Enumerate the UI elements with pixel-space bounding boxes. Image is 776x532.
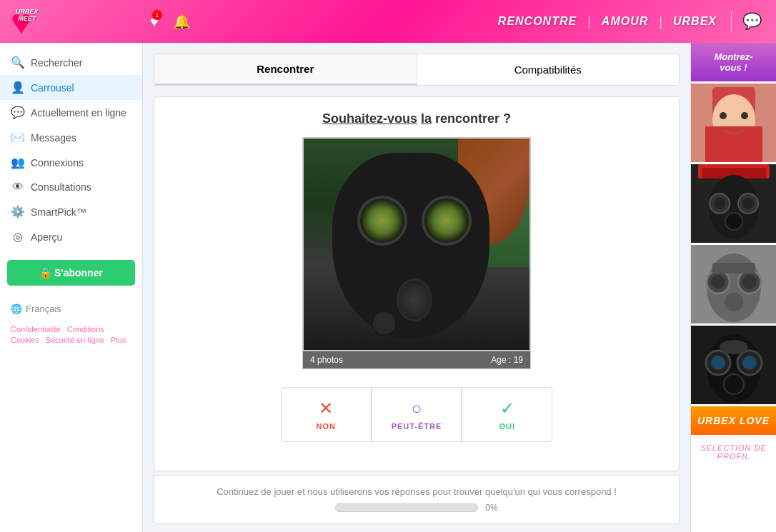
urbex-love-button[interactable]: URBEX LOVE xyxy=(691,406,776,435)
logo-area: ♥ URBEXMEET xyxy=(7,0,136,43)
notification-badge: 1 xyxy=(152,10,162,20)
sep-3: · xyxy=(41,336,44,344)
language-section: 🌐 Français xyxy=(0,296,142,321)
sidebar: 🔍 Rechercher 👤 Carrousel 💬 Actuellement … xyxy=(0,43,143,532)
link-plus[interactable]: Plus xyxy=(111,336,126,344)
svg-rect-22 xyxy=(712,263,755,273)
nav-urbex[interactable]: URBEX xyxy=(673,15,717,28)
sidebar-smartpick-label: SmartPick™ xyxy=(31,206,86,218)
button-non[interactable]: ✕ NON xyxy=(281,387,372,442)
svg-point-4 xyxy=(720,112,727,119)
globe-icon: 🌐 xyxy=(11,303,22,314)
sidebar-item-en-ligne[interactable]: 💬 Actuellement en ligne xyxy=(0,100,142,125)
action-buttons: ✕ NON ○ PEUT-ÊTRE ✓ OUI xyxy=(281,387,552,442)
montrez-vous-button[interactable]: Montrez- vous ! xyxy=(691,43,776,81)
logo-text: URBEXMEET xyxy=(16,9,39,23)
nav-sep-2: | xyxy=(659,14,662,29)
button-oui[interactable]: ✓ OUI xyxy=(462,387,552,442)
progress-section: Continuez de jouer et nous utiliserons v… xyxy=(154,475,680,524)
sidebar-item-apercu[interactable]: ◎ Aperçu xyxy=(0,224,142,249)
nav-rencontre[interactable]: RENCONTRE xyxy=(498,15,577,28)
chat-icon[interactable]: 💬 xyxy=(742,12,762,31)
yes-icon: ✓ xyxy=(500,398,514,418)
main-layout: 🔍 Rechercher 👤 Carrousel 💬 Actuellement … xyxy=(0,43,776,532)
sidebar-en-ligne-label: Actuellement en ligne xyxy=(31,107,126,119)
sidebar-connexions-label: Connexions xyxy=(31,157,84,169)
right-panel: Montrez- vous ! xyxy=(690,43,776,532)
sidebar-item-smartpick[interactable]: ⚙️ SmartPick™ xyxy=(0,199,142,224)
header: ♥ URBEXMEET ♥ 1 🔔 RENCONTRE | AMOUR | UR… xyxy=(0,0,776,43)
link-confidentialite[interactable]: Confidentialité xyxy=(11,325,61,333)
gas-mask-illustration xyxy=(304,139,529,350)
tab-compatibilites[interactable]: Compatibilités xyxy=(417,54,680,85)
smartpick-icon: ⚙️ xyxy=(11,205,25,219)
carrousel-icon: 👤 xyxy=(11,81,25,94)
svg-point-28 xyxy=(742,356,757,370)
thumb4-svg xyxy=(691,326,776,404)
profile-thumb-4[interactable] xyxy=(691,326,776,404)
profile-thumb-2[interactable] xyxy=(691,164,776,243)
search-icon: 🔍 xyxy=(11,56,25,69)
notifications-bell-icon[interactable]: 🔔 xyxy=(173,13,191,30)
progress-description: Continuez de jouer et nous utiliserons v… xyxy=(169,486,665,497)
sidebar-item-messages[interactable]: ✉️ Messages xyxy=(0,125,142,150)
profile-thumb-1[interactable] xyxy=(691,84,776,162)
link-securite[interactable]: Sécurité en ligne xyxy=(46,336,104,344)
sidebar-carrousel-label: Carrousel xyxy=(31,82,74,94)
subscribe-button[interactable]: 🔒 S'abonner xyxy=(7,260,135,286)
svg-point-21 xyxy=(724,292,744,312)
profile-image[interactable] xyxy=(302,137,531,351)
content-area: Rencontrer Compatibilités Souhaitez-vous… xyxy=(143,43,690,532)
nav-amour[interactable]: AMOUR xyxy=(602,15,648,28)
profile-image-container: 4 photos Age : 19 xyxy=(302,137,531,373)
maybe-label: PEUT-ÊTRE xyxy=(392,422,442,431)
image-info-bar: 4 photos Age : 19 xyxy=(302,351,531,369)
mask-filter-main xyxy=(397,278,432,321)
profile-card: Souhaitez-vous la rencontrer ? xyxy=(154,96,680,471)
sidebar-item-rechercher[interactable]: 🔍 Rechercher xyxy=(0,50,142,75)
svg-rect-3 xyxy=(705,126,762,162)
question-text: Souhaitez-vous la rencontrer ? xyxy=(169,111,665,126)
connexions-icon: 👥 xyxy=(11,156,25,169)
profile-thumb-3[interactable] xyxy=(691,245,776,323)
language-selector[interactable]: 🌐 Français xyxy=(11,303,131,314)
svg-point-12 xyxy=(714,198,725,209)
question-part1: Souhaitez-vous xyxy=(322,111,417,126)
no-icon: ✕ xyxy=(319,398,333,418)
notifications-heart-icon[interactable]: ♥ 1 xyxy=(150,14,159,30)
sidebar-item-connexions[interactable]: 👥 Connexions xyxy=(0,150,142,175)
progress-bar-container: 0% xyxy=(169,503,665,513)
age-label: Age : 19 xyxy=(491,355,523,365)
online-icon: 💬 xyxy=(11,106,25,119)
sep-1: · xyxy=(63,325,65,333)
button-peut-etre[interactable]: ○ PEUT-ÊTRE xyxy=(372,387,462,442)
sidebar-item-carrousel[interactable]: 👤 Carrousel xyxy=(0,75,142,100)
sidebar-item-consultations[interactable]: 👁 Consultations xyxy=(0,175,142,199)
svg-point-27 xyxy=(711,356,725,370)
tab-rencontrer[interactable]: Rencontrer xyxy=(154,54,417,85)
svg-point-29 xyxy=(724,374,744,394)
link-conditions[interactable]: Conditions xyxy=(67,325,104,333)
logo[interactable]: ♥ URBEXMEET xyxy=(7,0,57,43)
selection-profil-label[interactable]: SÉLECTION DE PROFIL xyxy=(691,437,776,466)
sidebar-apercu-label: Aperçu xyxy=(31,231,62,243)
link-cookies[interactable]: Cookies xyxy=(11,336,39,344)
apercu-icon: ◎ xyxy=(11,230,25,244)
progress-bar xyxy=(335,503,478,512)
svg-point-14 xyxy=(725,213,742,230)
header-nav: RENCONTRE | AMOUR | URBEX xyxy=(498,14,717,29)
svg-point-5 xyxy=(741,112,748,119)
thumb2-svg xyxy=(691,164,776,243)
mask-eye-left xyxy=(357,196,407,246)
sidebar-consultations-label: Consultations xyxy=(31,181,91,193)
footer-links: Confidentialité · Conditions · Cookies ·… xyxy=(0,321,142,348)
yes-label: OUI xyxy=(499,422,515,431)
svg-point-20 xyxy=(742,275,757,289)
no-label: NON xyxy=(317,422,336,431)
thumb3-svg xyxy=(691,245,776,323)
tabs: Rencontrer Compatibilités xyxy=(154,54,680,86)
header-right: 💬 xyxy=(731,11,769,32)
consultations-icon: 👁 xyxy=(11,181,25,194)
svg-point-19 xyxy=(711,275,725,289)
photos-count: 4 photos xyxy=(310,355,343,365)
